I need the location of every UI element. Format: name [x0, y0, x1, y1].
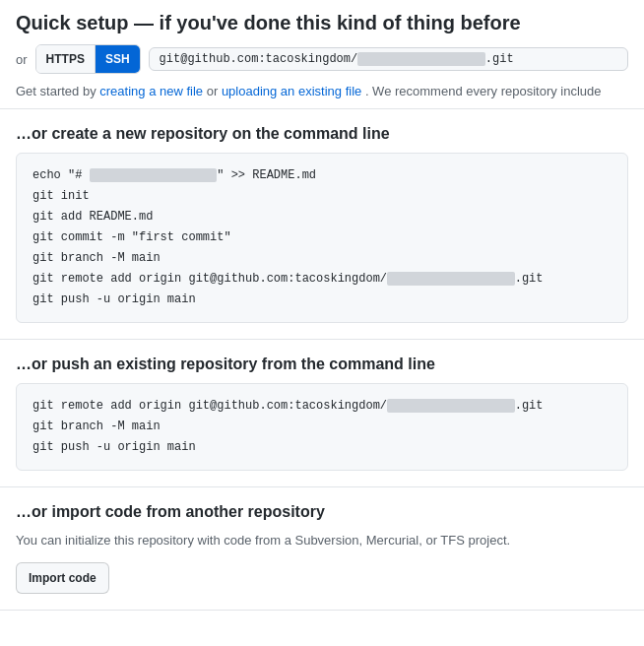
push-repo-title: …or push an existing repository from the…: [16, 355, 628, 373]
quick-setup-title: Quick setup — if you've done this kind o…: [16, 12, 628, 34]
upload-existing-link[interactable]: uploading an existing file: [222, 84, 361, 98]
quick-setup-section: Quick setup — if you've done this kind o…: [0, 0, 644, 109]
create-repo-title: …or create a new repository on the comma…: [16, 125, 628, 143]
create-repo-name: CommonBlogMaterial: [90, 168, 218, 182]
protocol-btn-group: HTTPS SSH: [35, 44, 141, 74]
https-button[interactable]: HTTPS: [36, 45, 96, 73]
create-new-file-link[interactable]: creating a new file: [99, 84, 203, 98]
ssh-button[interactable]: SSH: [96, 45, 140, 73]
push-repo-section: …or push an existing repository from the…: [0, 340, 644, 487]
get-started-text: Get started by creating a new file or up…: [16, 84, 628, 98]
import-description: You can initialize this repository with …: [16, 531, 628, 550]
push-remote-name: CommonBlogMaterial: [387, 399, 515, 413]
import-code-button[interactable]: Import code: [16, 562, 109, 594]
create-repo-code: echo "# CommonBlogMaterial" >> README.md…: [16, 153, 628, 323]
import-title: …or import code from another repository: [16, 503, 628, 521]
or-label: or: [16, 52, 28, 67]
import-section: …or import code from another repository …: [0, 487, 644, 611]
repo-name-redacted: CommonBlogMaterial: [357, 52, 485, 66]
push-repo-code: git remote add origin git@github.com:tac…: [16, 383, 628, 471]
git-url-display[interactable]: git@github.com:tacoskingdom/CommonBlogMa…: [149, 47, 628, 71]
create-repo-section: …or create a new repository on the comma…: [0, 109, 644, 340]
create-remote-name: CommonBlogMaterial: [387, 272, 515, 286]
protocol-row: or HTTPS SSH git@github.com:tacoskingdom…: [16, 44, 628, 74]
